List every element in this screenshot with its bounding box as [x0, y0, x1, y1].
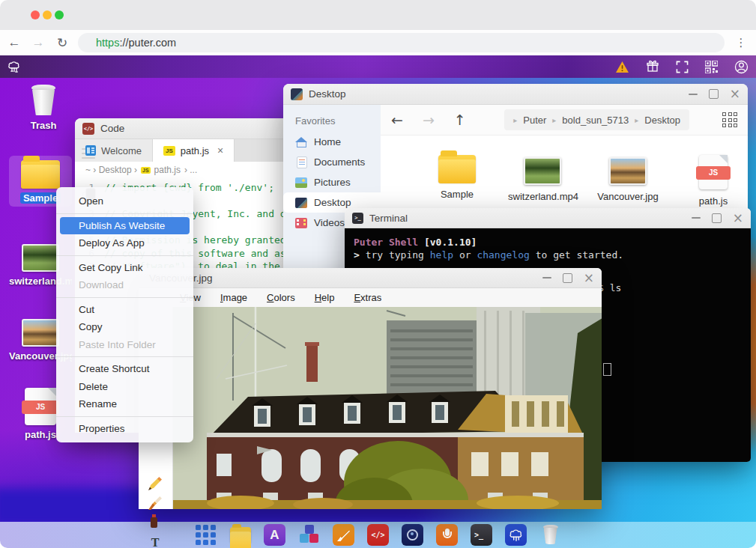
- minimize-icon[interactable]: [689, 94, 698, 95]
- videos-icon: [295, 218, 307, 228]
- terminal-titlebar[interactable]: >_ Terminal ×: [345, 208, 751, 228]
- forward-icon[interactable]: →: [423, 112, 435, 128]
- menu-item-open[interactable]: Open: [56, 192, 193, 210]
- app-launcher-icon[interactable]: [195, 524, 217, 546]
- js-file-icon: JS: [699, 155, 728, 189]
- minimize-traffic-light[interactable]: [43, 10, 52, 19]
- account-icon[interactable]: [734, 60, 749, 74]
- file-item-switzerland[interactable]: switzerland.mp4: [508, 155, 577, 207]
- video-thumbnail-icon: [22, 244, 59, 272]
- warning-icon[interactable]: [615, 61, 629, 73]
- brush-tool-icon[interactable]: [148, 496, 162, 510]
- menu-colors[interactable]: Colors: [267, 292, 295, 303]
- context-menu: Open Publish As Website Deploy As App Ge…: [56, 187, 193, 442]
- url-text: ://puter.com: [119, 37, 176, 49]
- text-editor-app-icon[interactable]: A: [264, 524, 285, 546]
- puter-logo-icon[interactable]: [7, 59, 22, 74]
- file-manager-toolbar: ← → ↑ ▸ Puter ▸ bold_sun_5713 ▸ Desktop: [381, 105, 748, 136]
- spray-tool-icon[interactable]: [151, 517, 157, 528]
- viewer-titlebar[interactable]: Vancouver.jpg ×: [139, 268, 602, 288]
- puter-app-icon[interactable]: [505, 524, 527, 546]
- maximize-icon[interactable]: [709, 89, 719, 99]
- vancouver-photo: [173, 307, 602, 509]
- welcome-icon: [85, 145, 96, 156]
- prompt-icon: >: [354, 249, 360, 261]
- menu-item-rename[interactable]: Rename: [56, 395, 193, 413]
- sidebar-item-home[interactable]: Home: [283, 132, 381, 152]
- image-thumbnail-icon: [609, 157, 647, 185]
- chevron-right-icon: ▸: [635, 116, 638, 124]
- forward-icon[interactable]: →: [28, 35, 48, 50]
- code-app-icon: </>: [82, 123, 94, 135]
- menu-item-properties[interactable]: Properties: [56, 420, 193, 438]
- menu-image[interactable]: Image: [220, 292, 247, 303]
- terminal-cursor: [603, 363, 611, 376]
- menu-item-download: Download: [56, 276, 193, 294]
- home-icon: [295, 137, 307, 147]
- desktop-icon-trash[interactable]: Trash: [12, 85, 75, 131]
- js-icon: JS: [163, 146, 175, 156]
- gift-icon[interactable]: [646, 60, 659, 73]
- maximize-icon[interactable]: [563, 273, 572, 283]
- minimize-icon[interactable]: [542, 277, 551, 278]
- 3d-app-icon[interactable]: [298, 524, 320, 546]
- browser-menu-icon[interactable]: ⋮: [732, 36, 750, 49]
- file-item-sample[interactable]: Sample: [423, 155, 492, 207]
- files-app-icon[interactable]: [229, 524, 251, 546]
- menu-item-deploy-as-app[interactable]: Deploy As App: [56, 234, 193, 252]
- maximize-icon[interactable]: [712, 213, 722, 223]
- up-icon[interactable]: ↑: [454, 112, 466, 128]
- terminal-title: Terminal: [369, 213, 408, 224]
- dock: A </> >_: [0, 522, 756, 548]
- qr-code-icon[interactable]: [705, 61, 718, 73]
- js-icon: JS: [141, 167, 151, 174]
- breadcrumb[interactable]: ▸ Puter ▸ bold_sun_5713 ▸ Desktop: [504, 109, 689, 130]
- menu-item-get-copy-link[interactable]: Get Copy Link: [56, 259, 193, 277]
- url-scheme: https: [96, 37, 119, 49]
- minimize-icon[interactable]: [692, 217, 701, 219]
- close-traffic-light[interactable]: [31, 10, 40, 19]
- reload-icon[interactable]: ↻: [52, 35, 72, 51]
- close-tab-icon[interactable]: ×: [217, 144, 223, 156]
- menu-divider: [56, 356, 193, 357]
- sidebar-header: Favorites: [295, 115, 381, 127]
- sidebar-item-pictures[interactable]: Pictures: [283, 172, 381, 192]
- menu-item-copy[interactable]: Copy: [56, 318, 193, 336]
- menu-item-create-shortcut[interactable]: Create Shortcut: [56, 360, 193, 378]
- text-tool-icon[interactable]: T: [148, 536, 162, 548]
- menu-help[interactable]: Help: [315, 292, 335, 303]
- code-app-icon[interactable]: </>: [367, 524, 389, 546]
- file-item-vancouver[interactable]: Vancouver.jpg: [593, 155, 662, 207]
- url-bar[interactable]: https://puter.com: [78, 33, 725, 52]
- tab-pathjs[interactable]: JS path.js ×: [153, 139, 235, 162]
- browser-titlebar: [0, 0, 756, 31]
- close-icon[interactable]: ×: [730, 88, 740, 100]
- menu-extras[interactable]: Extras: [354, 292, 381, 303]
- recorder-app-icon[interactable]: [436, 524, 458, 546]
- chevron-right-icon: ▸: [552, 116, 556, 124]
- fullscreen-icon[interactable]: [676, 61, 689, 73]
- menu-item-cut[interactable]: Cut: [56, 301, 193, 319]
- photo-canvas[interactable]: [173, 307, 602, 509]
- back-icon[interactable]: ←: [391, 112, 403, 128]
- paint-app-icon[interactable]: [333, 524, 354, 546]
- grid-view-icon[interactable]: [722, 112, 737, 127]
- zoom-traffic-light[interactable]: [55, 10, 64, 19]
- menu-item-publish-as-website[interactable]: Publish As Website: [60, 217, 190, 235]
- back-icon[interactable]: ←: [4, 35, 24, 50]
- video-thumbnail-icon: [524, 157, 561, 185]
- pencil-tool-icon[interactable]: [148, 477, 162, 490]
- menu-divider: [56, 213, 193, 214]
- file-item-pathjs[interactable]: JS path.js: [679, 155, 748, 207]
- sidebar-item-documents[interactable]: Documents: [283, 152, 381, 172]
- pictures-icon: [295, 177, 307, 188]
- file-manager-titlebar[interactable]: Desktop ×: [283, 84, 748, 105]
- close-icon[interactable]: ×: [584, 272, 594, 284]
- trash-dock-icon[interactable]: [539, 524, 561, 546]
- close-icon[interactable]: ×: [733, 212, 743, 225]
- camera-app-icon[interactable]: [402, 524, 423, 546]
- trash-icon: [30, 85, 57, 116]
- puter-taskbar: [0, 55, 756, 78]
- terminal-app-icon[interactable]: >_: [471, 524, 492, 546]
- menu-item-delete[interactable]: Delete: [56, 378, 193, 396]
